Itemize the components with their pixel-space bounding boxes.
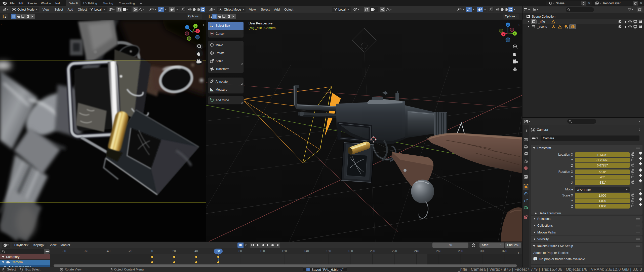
svg-text:X: X [197, 30, 199, 32]
svg-text:Z: Z [507, 23, 509, 26]
svg-text:Y: Y [514, 32, 516, 35]
svg-text:2: 2 [567, 27, 568, 29]
svg-text:Y: Y [195, 25, 196, 27]
svg-text:i: i [535, 258, 536, 260]
svg-text:Z: Z [186, 26, 188, 29]
svg-text:X: X [503, 33, 504, 36]
